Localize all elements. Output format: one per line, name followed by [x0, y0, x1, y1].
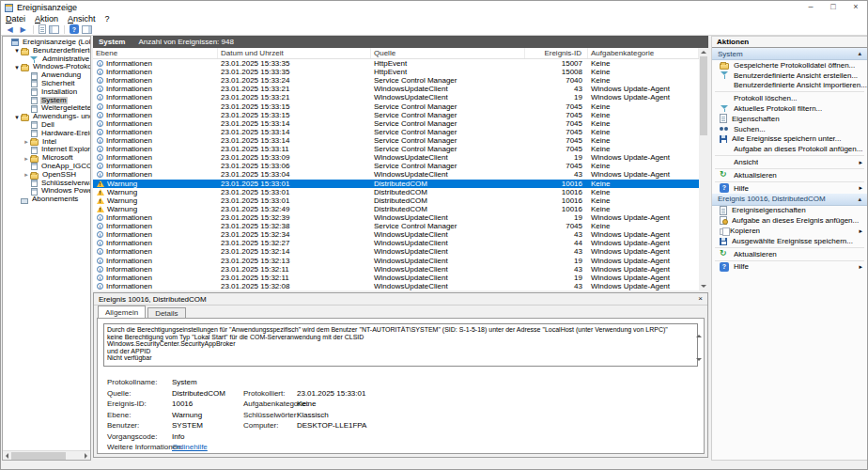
action-suchen[interactable]: Suchen... — [712, 124, 867, 134]
event-row[interactable]: Informationen23.01.2025 15:33:15Service … — [93, 111, 699, 119]
tree-item-installation[interactable]: Installation — [3, 88, 90, 97]
tree-item-schlüsselverwaltungsdienst[interactable]: Schlüsselverwaltungsdienst — [3, 180, 90, 188]
action-ansicht[interactable]: Ansicht▸ — [712, 157, 867, 167]
tree-item-sicherheit[interactable]: Sicherheit — [3, 80, 90, 88]
scroll-up-icon[interactable] — [696, 325, 702, 335]
event-row[interactable]: Informationen23.01.2025 15:33:35HttpEven… — [93, 68, 699, 76]
tree-item-system[interactable]: System — [3, 97, 90, 105]
event-row[interactable]: Informationen23.01.2025 15:32:39WindowsU… — [93, 213, 699, 222]
action-protokoll-löschen[interactable]: Protokoll löschen... — [712, 93, 867, 103]
event-row[interactable]: Informationen23.01.2025 15:33:21WindowsU… — [93, 93, 699, 102]
column-header-ebene[interactable]: Ebene — [93, 48, 218, 58]
collapse-icon[interactable]: ▴ — [858, 196, 861, 203]
tree-item-anwendungs-und-dienstprotokolle[interactable]: ▾Anwendungs- und Dienstprotokolle — [3, 113, 90, 121]
collapse-icon[interactable]: ▴ — [858, 50, 861, 57]
action-gespeicherte-protokolldatei-öffnen[interactable]: Gespeicherte Protokolldatei öffnen... — [712, 60, 867, 70]
tree-item-hardware-ereignisse[interactable]: Hardware-Ereignisse — [3, 130, 90, 138]
event-row[interactable]: Informationen23.01.2025 15:33:09WindowsU… — [93, 153, 699, 162]
minimize-button[interactable]: – — [799, 1, 822, 14]
console-tree-toggle-icon[interactable] — [49, 25, 59, 34]
action-pane-toggle-icon[interactable] — [82, 25, 92, 34]
scroll-left-icon[interactable] — [3, 451, 11, 460]
online-help-link[interactable]: Onlinehilfe — [172, 443, 243, 451]
tree-item-microsoft[interactable]: ▸Microsoft — [3, 154, 90, 163]
event-row[interactable]: Informationen23.01.2025 15:32:14WindowsU… — [93, 247, 699, 256]
forward-arrow-icon[interactable]: ▶ — [18, 24, 28, 35]
tree-item-anwendung[interactable]: Anwendung — [3, 71, 90, 80]
event-row[interactable]: Warnung23.01.2025 15:33:01DistributedCOM… — [93, 180, 699, 188]
menu-aktion[interactable]: Aktion — [35, 14, 58, 24]
event-row[interactable]: Informationen23.01.2025 15:33:14Service … — [93, 128, 699, 136]
action-aktualisieren[interactable]: Aktualisieren — [712, 249, 867, 259]
menu-item[interactable]: ? — [105, 14, 110, 24]
event-description[interactable]: Durch die Berechtigungseinstellungen für… — [103, 323, 698, 367]
action-ereigniseigenschaften[interactable]: Ereigniseigenschaften — [712, 206, 867, 216]
action-ausgewählte-ereignisse-speichern[interactable]: Ausgewählte Ereignisse speichern... — [712, 236, 867, 246]
column-header-aufgabenkategorie[interactable]: Aufgabenkategorie — [588, 48, 699, 58]
expand-icon[interactable]: ▸ — [23, 138, 30, 146]
tree-item-intel[interactable]: ▸Intel — [3, 138, 90, 147]
action-benutzerdefinierte-ansicht-erstellen[interactable]: Benutzerdefinierte Ansicht erstellen... — [712, 70, 867, 81]
back-arrow-icon[interactable]: ◀ — [5, 24, 15, 35]
close-button[interactable]: × — [845, 1, 867, 14]
action-kopieren[interactable]: Kopieren▸ — [712, 226, 867, 236]
maximize-button[interactable]: □ — [822, 1, 845, 14]
tree-item-abonnements[interactable]: Abonnements — [3, 196, 90, 204]
action-benutzerdefinierte-ansicht-importieren[interactable]: Benutzerdefinierte Ansicht importieren..… — [712, 81, 867, 91]
action-aufgabe-an-dieses-ereignis-anfügen[interactable]: Aufgabe an dieses Ereignis anfügen... — [712, 215, 867, 226]
sidebar-horizontal-scrollbar[interactable] — [3, 450, 90, 460]
action-aktuelles-protokoll-filtern[interactable]: Aktuelles Protokoll filtern... — [712, 103, 867, 114]
actions-section-system[interactable]: System▴ — [712, 48, 867, 60]
event-row[interactable]: Informationen23.01.2025 15:33:04WindowsU… — [93, 170, 699, 179]
tree-item-administrative-ereignisse[interactable]: Administrative Ereignisse — [3, 55, 90, 64]
tree-item-windows-powershell[interactable]: Windows PowerShell — [3, 187, 90, 196]
collapse-icon[interactable]: ▾ — [13, 114, 21, 121]
table-vertical-scrollbar[interactable] — [699, 48, 708, 290]
scrollbar-thumb[interactable] — [11, 452, 66, 460]
event-row[interactable]: Informationen23.01.2025 15:32:13WindowsU… — [93, 257, 699, 265]
expand-icon[interactable]: ▸ — [23, 155, 30, 163]
menu-ansicht[interactable]: Ansicht — [68, 14, 96, 24]
event-row[interactable]: Warnung23.01.2025 15:33:01DistributedCOM… — [93, 196, 699, 205]
actions-section-ereignis-10016-distributedcom[interactable]: Ereignis 10016, DistributedCOM▴ — [712, 194, 867, 206]
scroll-down-icon[interactable] — [699, 282, 708, 290]
event-row[interactable]: Informationen23.01.2025 15:33:14Service … — [93, 136, 699, 145]
action-hilfe[interactable]: Hilfe▸ — [712, 262, 867, 273]
tab-details[interactable]: Details — [147, 307, 185, 318]
collapse-icon[interactable]: ▾ — [13, 64, 21, 71]
tree-item-internet-explorer[interactable]: Internet Explorer — [3, 146, 90, 154]
event-row[interactable]: Informationen23.01.2025 15:32:08WindowsU… — [93, 282, 699, 290]
scrollbar-thumb[interactable] — [700, 56, 707, 135]
action-hilfe[interactable]: Hilfe▸ — [712, 183, 867, 194]
column-header-quelle[interactable]: Quelle — [371, 48, 525, 58]
scroll-right-icon[interactable] — [82, 451, 90, 460]
collapse-icon[interactable]: ▾ — [13, 47, 21, 55]
expand-icon[interactable]: ▸ — [23, 171, 30, 179]
tree-item-weitergeleitete-ereignisse[interactable]: Weitergeleitete Ereignisse — [3, 104, 90, 113]
event-row[interactable]: Warnung23.01.2025 15:33:01DistributedCOM… — [93, 188, 699, 196]
action-aufgabe-an-dieses-protokoll-anfügen[interactable]: Aufgabe an dieses Protokoll anfügen... — [712, 144, 867, 154]
tree-item-oneapp-igcc[interactable]: OneApp_IGCC — [3, 163, 90, 171]
menu-datei[interactable]: Datei — [6, 14, 25, 24]
scroll-up-icon[interactable] — [699, 48, 708, 56]
scroll-down-icon[interactable] — [696, 361, 702, 370]
event-row[interactable]: Informationen23.01.2025 15:33:14Service … — [93, 119, 699, 128]
tree-item-windows-protokolle[interactable]: ▾Windows-Protokolle — [3, 63, 90, 71]
tree-item-openssh[interactable]: ▸OpenSSH — [3, 171, 90, 180]
action-alle-ereignisse-speichern-unter[interactable]: Alle Ereignisse speichern unter... — [712, 134, 867, 145]
event-row[interactable]: Informationen23.01.2025 15:33:24Service … — [93, 76, 699, 85]
action-eigenschaften[interactable]: Eigenschaften — [712, 114, 867, 124]
help-icon[interactable]: ? — [70, 24, 79, 34]
tree-item-ereignisanzeige-lokal[interactable]: Ereignisanzeige (Lokal) — [3, 39, 90, 47]
event-row[interactable]: Informationen23.01.2025 15:33:11Service … — [93, 145, 699, 153]
event-row[interactable]: Informationen23.01.2025 15:33:21WindowsU… — [93, 85, 699, 93]
event-row[interactable]: Warnung23.01.2025 15:32:49DistributedCOM… — [93, 205, 699, 213]
tree-item-benutzerdefinierte-ansichten[interactable]: ▾Benutzerdefinierte Ansichten — [3, 47, 90, 55]
tree-item-dell[interactable]: Dell — [3, 121, 90, 130]
event-row[interactable]: Informationen23.01.2025 15:32:11WindowsU… — [93, 265, 699, 274]
export-log-icon[interactable] — [39, 24, 46, 34]
tab-allgemein[interactable]: Allgemein — [98, 306, 146, 318]
event-row[interactable]: Informationen23.01.2025 15:32:34WindowsU… — [93, 230, 699, 239]
event-row[interactable]: Informationen23.01.2025 15:32:38Service … — [93, 222, 699, 230]
column-header-datum-und-uhrzeit[interactable]: Datum und Uhrzeit — [218, 48, 371, 58]
